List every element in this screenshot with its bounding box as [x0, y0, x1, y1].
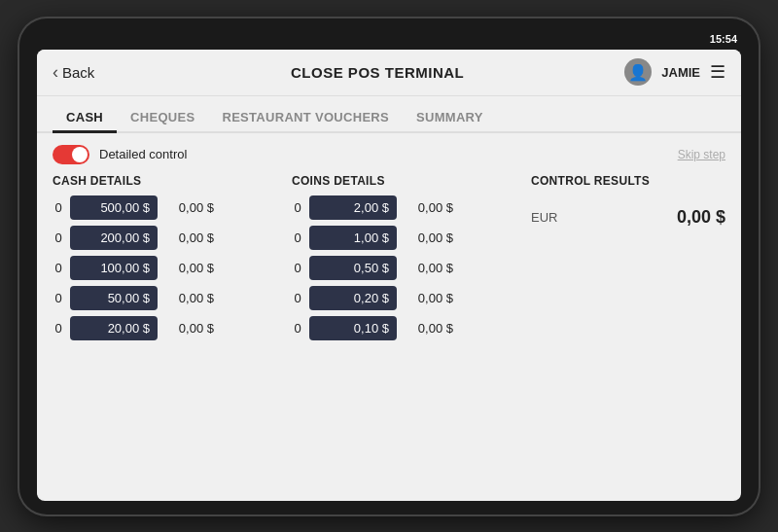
cash-qty-1: 0 — [53, 231, 64, 245]
page-title: CLOSE POS TERMINAL — [130, 64, 624, 81]
back-arrow-icon: ‹ — [53, 62, 58, 83]
cash-denom-btn-2[interactable]: 100,00 $ — [70, 256, 158, 280]
control-results-title: CONTROL RESULTS — [531, 174, 725, 188]
coins-qty-1: 0 — [292, 231, 303, 245]
cash-details-title: CASH DETAILS — [53, 174, 276, 188]
screen: ‹ Back CLOSE POS TERMINAL 👤 JAMIE ☰ CASH… — [37, 50, 741, 501]
cash-denom-btn-0[interactable]: 500,00 $ — [70, 195, 158, 220]
coins-denom-btn-1[interactable]: 1,00 $ — [309, 226, 397, 250]
coins-denom-btn-2[interactable]: 0,50 $ — [309, 256, 397, 280]
coins-details-section: COINS DETAILS 0 2,00 $ 0,00 $ 0 1,00 $ 0… — [292, 174, 515, 489]
cash-result-1: 0,00 $ — [163, 231, 214, 245]
coins-qty-3: 0 — [292, 291, 303, 305]
tab-summary[interactable]: SUMMARY — [403, 104, 497, 133]
header-right: 👤 JAMIE ☰ — [624, 58, 725, 86]
cash-denom-btn-3[interactable]: 50,00 $ — [70, 286, 158, 310]
tab-restaurant-vouchers[interactable]: RESTAURANT VOUCHERS — [208, 104, 403, 133]
coins-row-3: 0 0,20 $ 0,00 $ — [292, 286, 515, 310]
cash-denom-btn-4[interactable]: 20,00 $ — [70, 316, 158, 340]
cash-row-3: 0 50,00 $ 0,00 $ — [53, 286, 276, 310]
result-row-eur: EUR 0,00 $ — [531, 199, 725, 235]
coins-row-1: 0 1,00 $ 0,00 $ — [292, 226, 515, 250]
coins-denom-btn-3[interactable]: 0,20 $ — [309, 286, 397, 310]
hamburger-menu-icon[interactable]: ☰ — [710, 61, 725, 83]
control-results-section: CONTROL RESULTS EUR 0,00 $ — [531, 174, 725, 489]
status-time: 15:54 — [710, 33, 737, 45]
status-bar: 15:54 — [37, 32, 741, 50]
cash-result-4: 0,00 $ — [163, 321, 214, 336]
cash-denom-btn-1[interactable]: 200,00 $ — [70, 226, 158, 250]
cash-row-0: 0 500,00 $ 0,00 $ — [53, 195, 276, 220]
coins-result-4: 0,00 $ — [403, 321, 453, 336]
back-button[interactable]: ‹ Back — [53, 62, 130, 83]
cash-result-2: 0,00 $ — [163, 261, 214, 275]
coins-denom-btn-4[interactable]: 0,10 $ — [309, 316, 397, 340]
coins-result-2: 0,00 $ — [403, 261, 453, 275]
coins-row-0: 0 2,00 $ 0,00 $ — [292, 195, 515, 220]
cash-qty-3: 0 — [53, 291, 64, 305]
coins-qty-4: 0 — [292, 321, 303, 336]
cash-row-2: 0 100,00 $ 0,00 $ — [53, 256, 276, 280]
tablet-frame: 15:54 ‹ Back CLOSE POS TERMINAL 👤 JAMIE … — [19, 18, 759, 514]
coins-denom-btn-0[interactable]: 2,00 $ — [309, 195, 397, 220]
detailed-control-toggle[interactable] — [53, 145, 89, 164]
header: ‹ Back CLOSE POS TERMINAL 👤 JAMIE ☰ — [37, 50, 741, 96]
cash-details-section: CASH DETAILS 0 500,00 $ 0,00 $ 0 200,00 … — [53, 174, 276, 489]
user-avatar-icon: 👤 — [628, 63, 648, 82]
cash-qty-4: 0 — [53, 321, 64, 336]
coins-details-title: COINS DETAILS — [292, 174, 515, 188]
cash-qty-0: 0 — [53, 200, 64, 215]
cash-row-1: 0 200,00 $ 0,00 $ — [53, 226, 276, 250]
main-content: Detailed control Skip step CASH DETAILS … — [37, 133, 741, 501]
cash-row-4: 0 20,00 $ 0,00 $ — [53, 316, 276, 340]
cash-result-3: 0,00 $ — [163, 291, 214, 305]
coins-qty-0: 0 — [292, 200, 303, 215]
cash-result-0: 0,00 $ — [163, 200, 214, 215]
back-label: Back — [62, 64, 94, 81]
coins-result-0: 0,00 $ — [403, 200, 453, 215]
result-amount: 0,00 $ — [677, 207, 725, 228]
tab-cash[interactable]: CASH — [53, 104, 117, 133]
control-row: Detailed control Skip step — [53, 145, 725, 164]
coins-result-1: 0,00 $ — [403, 231, 453, 245]
tabs-bar: CASH CHEQUES RESTAURANT VOUCHERS SUMMARY — [37, 96, 741, 133]
toggle-row: Detailed control — [53, 145, 187, 164]
toggle-knob — [72, 147, 88, 162]
coins-result-3: 0,00 $ — [403, 291, 453, 305]
coins-row-4: 0 0,10 $ 0,00 $ — [292, 316, 515, 340]
toggle-label: Detailed control — [99, 147, 187, 161]
sections: CASH DETAILS 0 500,00 $ 0,00 $ 0 200,00 … — [53, 174, 725, 489]
cash-qty-2: 0 — [53, 261, 64, 275]
skip-step-button[interactable]: Skip step — [678, 148, 725, 161]
tab-cheques[interactable]: CHEQUES — [117, 104, 208, 133]
coins-qty-2: 0 — [292, 261, 303, 275]
result-currency: EUR — [531, 210, 557, 225]
coins-row-2: 0 0,50 $ 0,00 $ — [292, 256, 515, 280]
user-name: JAMIE — [661, 65, 700, 80]
avatar: 👤 — [624, 58, 652, 86]
